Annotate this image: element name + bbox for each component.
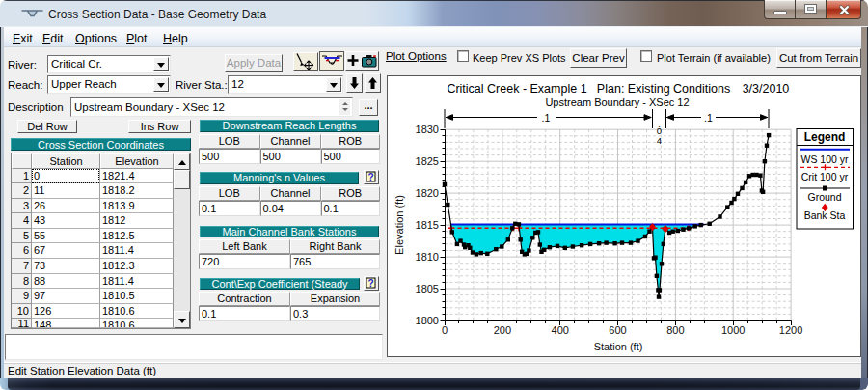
svg-text:Bank Sta: Bank Sta bbox=[804, 209, 846, 221]
svg-text:1000: 1000 bbox=[721, 324, 745, 336]
svg-text:1200: 1200 bbox=[779, 324, 802, 336]
svg-text:600: 600 bbox=[609, 324, 626, 336]
svg-text:1810: 1810 bbox=[416, 251, 439, 263]
svg-text:400: 400 bbox=[552, 324, 569, 336]
svg-text:?: ? bbox=[367, 172, 373, 182]
svg-text:1805: 1805 bbox=[416, 283, 439, 294]
svg-text:1820: 1820 bbox=[416, 187, 439, 199]
svg-text:Ground: Ground bbox=[807, 191, 841, 203]
svg-text:Plan: Existing Conditions: Plan: Existing Conditions bbox=[597, 82, 730, 96]
svg-text:Legend: Legend bbox=[804, 130, 846, 144]
svg-text:1800: 1800 bbox=[416, 315, 439, 326]
svg-text:0: 0 bbox=[442, 324, 448, 336]
svg-text:200: 200 bbox=[494, 324, 511, 336]
svg-text:.1: .1 bbox=[542, 112, 551, 124]
svg-text:3/3/2010: 3/3/2010 bbox=[743, 82, 790, 96]
svg-text:Upstream Boundary - XSec 12: Upstream Boundary - XSec 12 bbox=[545, 97, 689, 108]
svg-text:Critical Creek - Example 1: Critical Creek - Example 1 bbox=[447, 82, 586, 96]
svg-text:Station (ft): Station (ft) bbox=[594, 341, 643, 352]
svg-text:.1: .1 bbox=[704, 112, 713, 124]
svg-text:?: ? bbox=[367, 278, 373, 289]
svg-text:WS 100 yr: WS 100 yr bbox=[800, 153, 849, 165]
svg-text:1825: 1825 bbox=[416, 155, 439, 167]
svg-text:Elevation (ft): Elevation (ft) bbox=[393, 195, 405, 255]
svg-text:800: 800 bbox=[666, 324, 684, 336]
svg-text:1815: 1815 bbox=[416, 219, 439, 231]
svg-text:4: 4 bbox=[657, 135, 662, 146]
svg-text:1830: 1830 bbox=[416, 124, 439, 135]
svg-text:Crit 100 yr: Crit 100 yr bbox=[801, 171, 849, 182]
